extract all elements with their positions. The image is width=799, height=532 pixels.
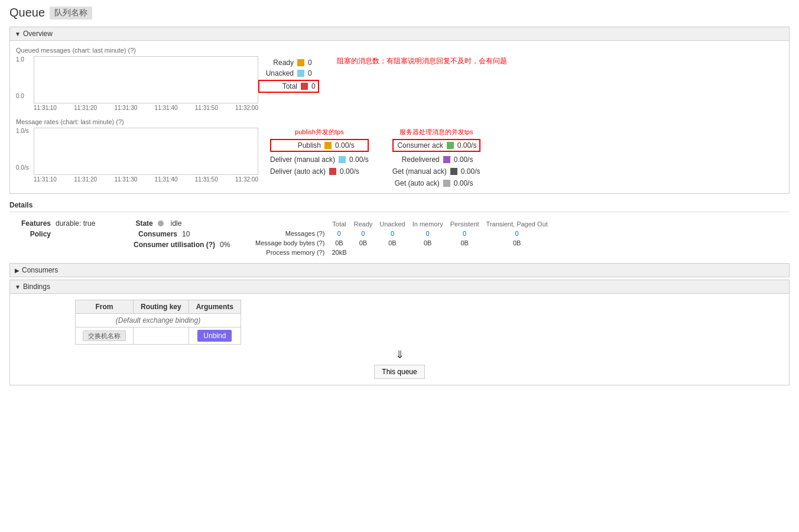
arrow-down: ⇓ [16, 348, 783, 361]
col-in-memory: In memory [409, 219, 447, 229]
total-color [301, 83, 308, 90]
rates-y-max: 1.0/s [16, 128, 29, 134]
legend-consumer-ack: Consumer ack 0.00/s [392, 139, 480, 152]
details-right: Total Ready Unacked In memory Persistent… [252, 219, 551, 257]
queued-messages-x-labels: 11:31:10 11:31:20 11:31:30 11:31:40 11:3… [34, 105, 258, 111]
ready-color [297, 59, 304, 66]
col-transient: Transient, Paged Out [483, 219, 551, 229]
legend-deliver-manual: Deliver (manual ack) 0.00/s [270, 155, 369, 164]
bindings-table: From Routing key Arguments (Default exch… [75, 300, 241, 345]
message-rates-x-labels: 11:31:10 11:31:20 11:31:30 11:31:40 11:3… [34, 176, 258, 183]
legend-get-manual: Get (manual ack) 0.00/s [392, 167, 480, 176]
state-value: idle [171, 219, 182, 228]
process-memory-label: Process memory (?) [252, 248, 328, 257]
col-ready: Ready [350, 219, 376, 229]
deliver-manual-value: 0.00/s [349, 155, 369, 164]
queued-messages-label: Queued messages (chart: last minute) (?) [16, 47, 783, 54]
overview-body: Queued messages (chart: last minute) (?)… [9, 41, 790, 194]
exchange-name-badge: 交换机名称 [83, 330, 126, 341]
col-unacked: Unacked [376, 219, 408, 229]
consumer-ack-color [447, 142, 454, 149]
legend-total-value: 0 [311, 82, 316, 90]
publish-color [324, 142, 332, 149]
messages-total: 0 [328, 229, 350, 238]
consumer-ack-label: Consumer ack [396, 141, 443, 150]
message-rates-section: Message rates (chart: last minute) (?) 1… [16, 118, 783, 187]
message-rates-chart [34, 128, 258, 175]
exchange-binding-row: 交换机名称 Unbind [76, 327, 241, 345]
this-queue-container: This queue [16, 365, 783, 379]
messages-row: Messages (?) 0 0 0 0 0 0 [252, 229, 551, 238]
publish-annotation: publish并发的tps [270, 128, 369, 137]
stats-header-row: Total Ready Unacked In memory Persistent… [252, 219, 551, 229]
details-section: Details Features durable: true State idl… [9, 199, 790, 261]
queue-name-badge: 队列名称 [50, 7, 92, 20]
consumer-utilisation-label: Consumer utilisation (?) [134, 241, 215, 249]
publish-label: Publish [274, 141, 321, 150]
messages-in-memory: 0 [409, 229, 447, 238]
unbind-button[interactable]: Unbind [197, 330, 232, 342]
body-bytes-unacked: 0B [376, 238, 408, 248]
queued-messages-section: Queued messages (chart: last minute) (?)… [16, 47, 783, 111]
chart-y-max: 1.0 [16, 56, 24, 63]
col-persistent: Persistent [447, 219, 483, 229]
legend-get-auto: Get (auto ack) 0.00/s [392, 179, 480, 187]
message-rates-content: 1.0/s 0.0/s 11:31:10 11:31:20 11:31:30 1… [16, 128, 783, 187]
get-auto-color [443, 180, 450, 187]
legend-publish: Publish 0.00/s [270, 139, 369, 152]
bindings-body: From Routing key Arguments (Default exch… [9, 294, 790, 385]
exchange-name-cell: 交换机名称 [76, 327, 134, 345]
policy-row: Policy Consumers 10 [9, 230, 234, 238]
details-content: Features durable: true State idle Policy… [9, 219, 790, 257]
routing-key-cell [134, 327, 189, 345]
rates-left-legend: publish并发的tps Publish 0.00/s Deliver (ma… [270, 128, 369, 176]
stats-table: Total Ready Unacked In memory Persistent… [252, 219, 551, 257]
default-exchange-text: (Default exchange binding) [76, 314, 241, 327]
messages-transient: 0 [483, 229, 551, 238]
bindings-header[interactable]: ▼ Bindings [9, 280, 790, 294]
routing-key-header: Routing key [134, 300, 189, 314]
rates-right-legend: 服务器处理消息的并发tps Consumer ack 0.00/s Redeli… [392, 128, 480, 187]
message-rates-chart-container: 1.0/s 0.0/s 11:31:10 11:31:20 11:31:30 1… [16, 128, 258, 183]
bindings-section: ▼ Bindings From Routing key Arguments (D… [9, 280, 790, 385]
features-label: Features [9, 219, 51, 228]
redelivered-label: Redelivered [392, 155, 440, 164]
legend-ready: Ready 0 [258, 59, 319, 67]
consumers-label: Consumers [138, 230, 177, 238]
overview-section: ▼ Overview Queued messages (chart: last … [9, 27, 790, 194]
state-dot [158, 220, 164, 226]
default-exchange-row: (Default exchange binding) [76, 314, 241, 327]
deliver-manual-color [339, 156, 346, 163]
overview-header[interactable]: ▼ Overview [9, 27, 790, 41]
consumer-annotation: 服务器处理消息的并发tps [392, 128, 480, 137]
queued-messages-content: 1.0 0.0 11:31:10 11:31:20 11:31:30 11:31… [16, 56, 783, 111]
this-queue-button[interactable]: This queue [374, 365, 424, 379]
bindings-arrow: ▼ [15, 284, 21, 290]
deliver-manual-label: Deliver (manual ack) [270, 155, 335, 164]
get-manual-value: 0.00/s [461, 167, 480, 176]
bindings-header-row: From Routing key Arguments [76, 300, 241, 314]
consumers-header[interactable]: ▶ Consumers [9, 263, 790, 277]
redelivered-value: 0.00/s [454, 155, 473, 164]
messages-persistent: 0 [447, 229, 483, 238]
consumer-ack-value: 0.00/s [457, 141, 477, 150]
deliver-auto-value: 0.00/s [340, 167, 359, 176]
features-value: durable: true [56, 219, 95, 228]
col-total: Total [328, 219, 350, 229]
details-body: Features durable: true State idle Policy… [9, 216, 790, 261]
redelivered-color [443, 156, 450, 163]
legend-total-label: Total [262, 82, 297, 90]
messages-label: Messages (?) [252, 229, 328, 238]
legend-total: Total 0 [258, 80, 319, 93]
details-header: Details [9, 199, 790, 212]
from-header: From [76, 300, 134, 314]
get-manual-label: Get (manual ack) [392, 167, 447, 176]
legend-unacked-label: Unacked [258, 69, 294, 77]
body-bytes-transient: 0B [483, 238, 551, 248]
messages-ready: 0 [350, 229, 376, 238]
consumer-utilisation-value: 0% [220, 241, 230, 249]
process-memory-row: Process memory (?) 20kB [252, 248, 551, 257]
get-auto-label: Get (auto ack) [392, 179, 440, 187]
deliver-auto-color [329, 168, 336, 175]
state-label: State [135, 219, 152, 228]
